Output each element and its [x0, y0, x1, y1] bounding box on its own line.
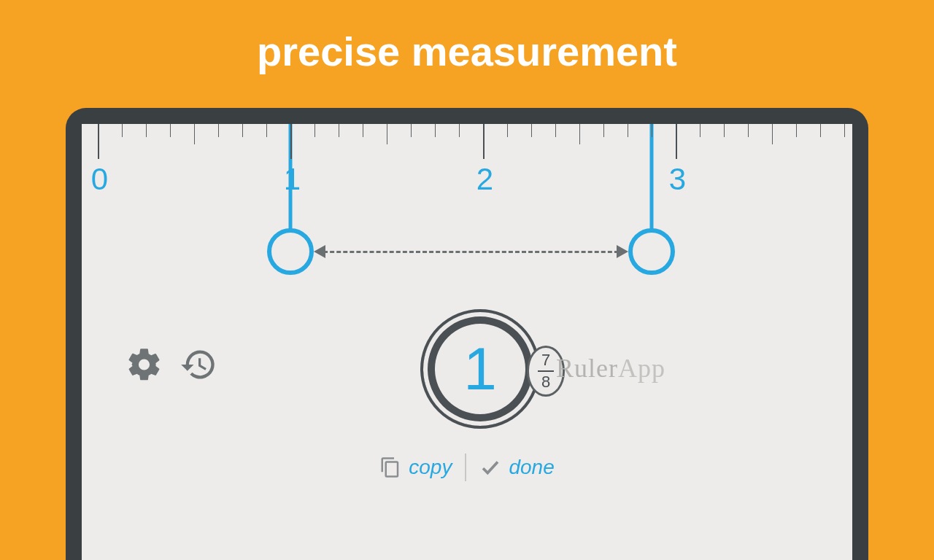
- ruler-label-0: 0: [91, 162, 108, 197]
- brand-part2: App: [618, 354, 665, 383]
- ruler-tick: [820, 124, 821, 137]
- ruler-tick: [146, 124, 147, 137]
- measurement-result[interactable]: 1 7 8: [420, 309, 540, 429]
- ruler-tick: [459, 124, 460, 137]
- ruler-tick: [339, 124, 339, 137]
- ruler-tick: [314, 124, 315, 137]
- ruler-tick: [579, 124, 580, 144]
- history-button[interactable]: [180, 346, 217, 384]
- check-icon: [479, 456, 501, 478]
- ruler-tick: [628, 124, 628, 137]
- ruler-tick: [122, 124, 123, 137]
- done-label: done: [509, 456, 554, 479]
- ruler-tick: [242, 124, 243, 137]
- measure-span-line: [317, 251, 625, 253]
- marker-right-line[interactable]: [650, 124, 654, 230]
- ruler-tick: [652, 124, 652, 137]
- hero-title: precise measurement: [0, 0, 934, 75]
- action-divider: [465, 454, 466, 481]
- marker-left-handle[interactable]: [267, 228, 314, 275]
- ruler-tick: [194, 124, 195, 144]
- ruler-tick: [676, 124, 677, 159]
- ruler-tick: [555, 124, 556, 137]
- ruler-tick: [290, 124, 292, 159]
- ruler-tick: [748, 124, 749, 137]
- ruler-tick: [435, 124, 436, 137]
- marker-right-handle[interactable]: [628, 228, 675, 275]
- ruler-label-2: 2: [476, 162, 493, 197]
- app-brand: RulerApp: [556, 353, 665, 384]
- result-whole: 1: [420, 309, 540, 429]
- ruler-tick: [170, 124, 171, 137]
- done-button[interactable]: done: [479, 456, 554, 479]
- device-frame: 0 1 2 3 1: [66, 108, 868, 560]
- fraction-numerator: 7: [541, 352, 550, 368]
- brand-part1: Ruler: [556, 354, 618, 383]
- ruler-tick: [844, 124, 845, 137]
- ruler-tick: [483, 124, 485, 159]
- ruler-label-3: 3: [669, 162, 686, 197]
- actions-row: copy done: [82, 454, 852, 481]
- arrow-right-icon: [617, 245, 628, 258]
- ruler-tick: [266, 124, 267, 137]
- fraction-bar: [538, 370, 554, 372]
- copy-button[interactable]: copy: [379, 456, 452, 479]
- ruler-tick: [603, 124, 604, 137]
- history-icon: [180, 346, 217, 384]
- copy-label: copy: [409, 456, 452, 479]
- ruler-surface: 0 1 2 3 1: [82, 124, 852, 560]
- ruler-tick: [724, 124, 725, 137]
- ruler-tick: [411, 124, 412, 137]
- copy-icon: [379, 456, 401, 478]
- gear-icon: [126, 346, 163, 384]
- ruler-tick: [531, 124, 532, 137]
- arrow-left-icon: [314, 245, 325, 258]
- ruler-tick: [218, 124, 219, 137]
- fraction-denominator: 8: [541, 374, 550, 390]
- side-toolbar: [126, 346, 217, 384]
- ruler-tick: [363, 124, 363, 137]
- ruler-tick: [98, 124, 99, 159]
- ruler-tick: [387, 124, 387, 144]
- ruler-tick: [507, 124, 508, 137]
- ruler-tick: [772, 124, 773, 144]
- settings-button[interactable]: [126, 346, 163, 384]
- ruler-tick: [796, 124, 797, 137]
- ruler-tick: [700, 124, 700, 137]
